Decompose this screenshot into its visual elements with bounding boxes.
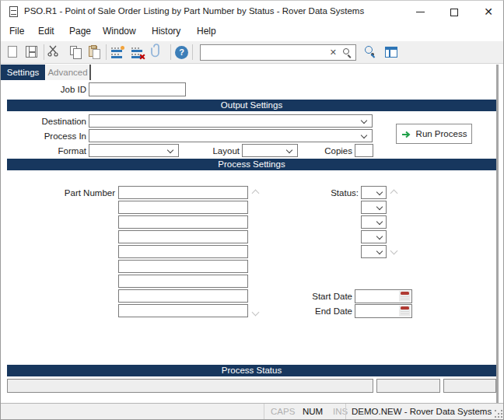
menu-bar: File Edit Page Window History Help	[1, 23, 504, 41]
title-bar: PSO.R1 - Point of Sale Order Listing by …	[1, 1, 504, 23]
scroll-down-icon[interactable]	[390, 247, 398, 255]
status-label: Status:	[296, 188, 359, 198]
status-select[interactable]	[361, 245, 387, 258]
menu-help[interactable]: Help	[197, 26, 216, 37]
part-number-input[interactable]	[118, 186, 248, 199]
maximize-button[interactable]	[438, 1, 471, 23]
status-select[interactable]	[361, 201, 387, 214]
resize-grip[interactable]	[495, 410, 502, 418]
layout-label: Layout	[180, 146, 240, 156]
close-icon: ✕	[484, 5, 493, 18]
destination-select[interactable]	[89, 114, 373, 128]
menu-page[interactable]: Page	[69, 26, 91, 37]
toolbar-separator	[106, 44, 107, 60]
part-number-input[interactable]	[118, 289, 248, 303]
process-in-label: Process In	[1, 131, 86, 141]
process-status-header: Process Status	[7, 365, 496, 376]
scroll-up-icon[interactable]	[252, 190, 260, 198]
toolbar-search: ✕	[200, 44, 356, 61]
status-scrollbar[interactable]	[389, 186, 399, 258]
status-select[interactable]	[361, 186, 387, 199]
statusbar-separator	[345, 404, 346, 420]
calendar-icon[interactable]	[399, 306, 411, 317]
process-status-box-2	[376, 379, 440, 393]
copies-input[interactable]	[355, 144, 373, 157]
close-button[interactable]: ✕	[472, 1, 504, 23]
window-title: PSO.R1 - Point of Sale Order Listing by …	[24, 6, 364, 16]
delete-row-icon	[131, 47, 145, 58]
format-select[interactable]	[89, 144, 179, 157]
process-status-box-3	[443, 379, 496, 393]
help-button[interactable]: ?	[173, 44, 191, 61]
advanced-search-button[interactable]	[362, 44, 380, 61]
session-label: DEMO.NEW - Rover Data Systems	[352, 407, 492, 416]
minimize-icon	[416, 12, 425, 12]
menu-window[interactable]: Window	[103, 26, 136, 37]
status-bar: CAPS NUM INS DEMO.NEW - Rover Data Syste…	[1, 403, 504, 420]
part-number-input[interactable]	[118, 230, 248, 243]
chevron-down-icon	[376, 204, 383, 210]
attach-button[interactable]	[149, 44, 168, 61]
destination-label: Destination	[1, 117, 86, 126]
caps-indicator: CAPS	[271, 407, 295, 416]
status-select[interactable]	[361, 230, 387, 243]
paste-button[interactable]	[85, 44, 103, 61]
part-number-input[interactable]	[118, 260, 248, 273]
chevron-down-icon	[167, 147, 173, 153]
search-clear-icon[interactable]: ✕	[330, 47, 337, 58]
chevron-down-icon	[376, 219, 383, 225]
save-button[interactable]	[23, 44, 41, 61]
part-number-input[interactable]	[118, 215, 248, 229]
scroll-up-icon[interactable]	[390, 190, 398, 198]
run-process-label: Run Process	[416, 129, 467, 138]
tab-strip: Settings Advanced	[1, 65, 504, 80]
layout-select[interactable]	[242, 144, 298, 157]
copy-icon	[70, 46, 77, 55]
maximize-icon	[450, 9, 458, 16]
format-label: Format	[1, 146, 86, 156]
window-layout-button[interactable]	[382, 44, 401, 61]
calendar-icon[interactable]	[399, 291, 411, 302]
cut-button[interactable]	[46, 44, 65, 61]
paste-icon	[89, 46, 97, 57]
start-date-field[interactable]	[355, 289, 412, 303]
new-document-icon	[8, 46, 17, 58]
job-id-input[interactable]	[89, 82, 186, 96]
toolbar-separator	[170, 44, 171, 60]
minimize-button[interactable]	[404, 1, 436, 23]
toolbar: ? ✕	[1, 41, 504, 64]
part-number-list	[118, 186, 248, 319]
right-edge-strip	[496, 65, 499, 403]
tab-settings[interactable]: Settings	[1, 65, 45, 80]
end-date-label: End Date	[257, 306, 352, 316]
menu-history[interactable]: History	[152, 26, 180, 37]
toolbar-separator	[192, 44, 193, 60]
menu-file[interactable]: File	[9, 26, 24, 37]
part-number-label: Part Number	[1, 188, 115, 198]
copy-button[interactable]	[66, 44, 85, 61]
menu-edit[interactable]: Edit	[38, 26, 54, 37]
part-number-input[interactable]	[118, 304, 248, 317]
part-number-input[interactable]	[118, 275, 248, 288]
part-number-input[interactable]	[118, 201, 248, 214]
run-process-button[interactable]: Run Process	[396, 124, 472, 144]
chevron-down-icon	[376, 233, 383, 240]
end-date-field[interactable]	[355, 304, 412, 318]
chevron-down-icon	[361, 132, 367, 138]
tab-advanced[interactable]: Advanced	[46, 65, 91, 80]
toolbar-separator	[44, 44, 44, 60]
new-document-button[interactable]	[4, 44, 23, 61]
process-in-select[interactable]	[89, 129, 373, 142]
chevron-down-icon	[361, 117, 367, 124]
search-magnifier-icon[interactable]	[343, 48, 349, 54]
status-select[interactable]	[361, 215, 387, 229]
process-settings-header: Process Settings	[7, 159, 496, 170]
output-settings-header: Output Settings	[7, 100, 496, 111]
insert-row-button[interactable]	[109, 44, 128, 61]
search-input[interactable]	[202, 46, 327, 59]
part-number-input[interactable]	[118, 245, 248, 258]
delete-row-button[interactable]	[129, 44, 148, 61]
window-layout-icon	[385, 47, 397, 58]
copies-label: Copies	[300, 146, 352, 156]
statusbar-separator	[264, 404, 264, 420]
